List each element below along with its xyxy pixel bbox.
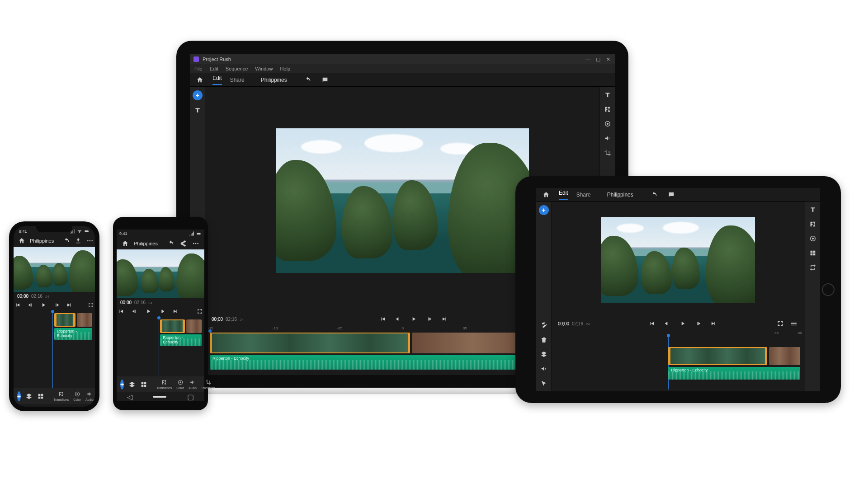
go-end-button[interactable] [171, 307, 180, 316]
undo-icon[interactable] [63, 236, 70, 245]
go-end-button[interactable] [709, 319, 718, 328]
video-preview[interactable] [276, 128, 529, 273]
tablet-home-button[interactable] [822, 283, 835, 296]
video-preview[interactable] [601, 217, 755, 303]
step-back-button[interactable] [663, 319, 672, 328]
titles-panel-icon[interactable] [808, 205, 817, 214]
android-timeline[interactable]: Ripperton - Echocity [117, 318, 204, 376]
nav-back-button[interactable]: ◁ [127, 393, 132, 401]
grid-icon[interactable] [37, 392, 44, 401]
go-end-button[interactable] [65, 300, 73, 310]
step-forward-button[interactable] [157, 307, 166, 316]
trash-icon[interactable] [539, 335, 548, 344]
add-media-button[interactable]: + [120, 380, 124, 389]
feedback-icon[interactable] [321, 75, 330, 84]
audio-panel-icon[interactable] [603, 134, 612, 143]
tool-transitions[interactable]: Transitions [53, 391, 69, 401]
video-clip[interactable] [77, 313, 92, 327]
fullscreen-icon[interactable] [776, 319, 785, 328]
tab-edit[interactable]: Edit [559, 190, 568, 200]
go-start-button[interactable] [14, 300, 22, 310]
menu-window[interactable]: Window [255, 66, 273, 71]
tool-audio[interactable]: Audio [189, 379, 197, 389]
window-close-button[interactable]: ✕ [605, 56, 611, 62]
color-panel-icon[interactable] [603, 119, 612, 128]
tool-transitions[interactable]: Transitions [156, 379, 172, 389]
step-back-button[interactable] [130, 307, 139, 316]
go-start-button[interactable] [647, 319, 656, 328]
play-button[interactable] [144, 307, 153, 316]
add-media-button[interactable]: + [539, 205, 549, 215]
titles-panel-icon[interactable] [603, 90, 612, 99]
fullscreen-icon[interactable] [195, 307, 204, 316]
play-button[interactable] [39, 300, 47, 310]
go-start-button[interactable] [378, 314, 387, 324]
layers-icon[interactable] [25, 392, 33, 401]
video-clip[interactable] [54, 313, 75, 327]
window-minimize-button[interactable]: — [585, 56, 591, 62]
tab-edit[interactable]: Edit [212, 75, 222, 85]
step-forward-button[interactable] [52, 300, 60, 310]
home-icon[interactable] [542, 190, 551, 199]
tool-color[interactable]: Color [176, 379, 184, 389]
color-panel-icon[interactable] [808, 234, 817, 243]
tool-audio[interactable]: Audio [85, 391, 94, 401]
menu-icon[interactable] [789, 319, 798, 328]
grid-panel-icon[interactable] [808, 249, 817, 258]
feedback-icon[interactable] [667, 190, 676, 199]
audio-clip[interactable]: Ripperton - Echocity [54, 328, 92, 340]
more-icon[interactable] [192, 239, 200, 248]
tab-share[interactable]: Share [576, 192, 591, 198]
go-start-button[interactable] [117, 307, 126, 316]
audio-icon[interactable] [539, 364, 548, 373]
tool-color[interactable]: Color [73, 391, 81, 401]
menu-help[interactable]: Help [280, 66, 290, 71]
menu-edit[interactable]: Edit [210, 66, 218, 71]
step-forward-button[interactable] [425, 314, 434, 324]
menu-file[interactable]: File [194, 66, 203, 71]
transitions-panel-icon[interactable] [603, 105, 612, 114]
video-preview[interactable] [117, 249, 204, 298]
export-icon[interactable] [75, 236, 82, 245]
more-icon[interactable] [86, 236, 94, 245]
tab-share[interactable]: Share [230, 77, 245, 83]
playhead[interactable] [52, 311, 53, 388]
tool-transform[interactable]: Transform [201, 379, 216, 389]
video-clip[interactable] [668, 347, 767, 365]
playhead[interactable] [159, 318, 159, 376]
menu-sequence[interactable]: Sequence [226, 66, 248, 71]
add-media-button[interactable]: + [17, 391, 21, 401]
audio-clip[interactable]: Ripperton - Echocity [668, 367, 800, 380]
share-icon[interactable] [179, 239, 188, 248]
titles-icon[interactable] [193, 106, 202, 115]
grid-icon[interactable] [140, 380, 147, 389]
transitions-panel-icon[interactable] [808, 220, 817, 229]
step-back-button[interactable] [394, 314, 403, 324]
undo-icon[interactable] [650, 190, 659, 199]
add-media-button[interactable]: + [193, 90, 203, 100]
home-icon[interactable] [121, 239, 129, 248]
play-button[interactable] [409, 314, 418, 324]
home-icon[interactable] [18, 236, 25, 245]
video-preview[interactable] [14, 247, 95, 292]
crop-panel-icon[interactable] [603, 148, 612, 157]
pointer-icon[interactable] [539, 379, 548, 388]
iphone-timeline[interactable]: Ripperton - Echocity [14, 311, 95, 388]
play-button[interactable] [678, 319, 687, 328]
go-end-button[interactable] [440, 314, 449, 324]
nav-home-button[interactable] [153, 396, 166, 398]
loop-panel-icon[interactable] [808, 263, 817, 272]
step-back-button[interactable] [26, 300, 34, 310]
scissors-icon[interactable] [539, 321, 548, 330]
video-clip[interactable] [210, 333, 410, 353]
window-maximize-button[interactable]: ▢ [595, 56, 601, 62]
layers-icon[interactable] [128, 380, 136, 389]
nav-recent-button[interactable]: ▢ [187, 393, 194, 401]
video-clip[interactable] [769, 347, 800, 365]
undo-icon[interactable] [303, 75, 312, 84]
undo-icon[interactable] [167, 239, 175, 248]
fullscreen-icon[interactable] [87, 300, 95, 310]
home-icon[interactable] [195, 75, 204, 84]
audio-clip[interactable]: Ripperton - Echocity [160, 334, 202, 346]
video-clip[interactable] [186, 319, 202, 333]
